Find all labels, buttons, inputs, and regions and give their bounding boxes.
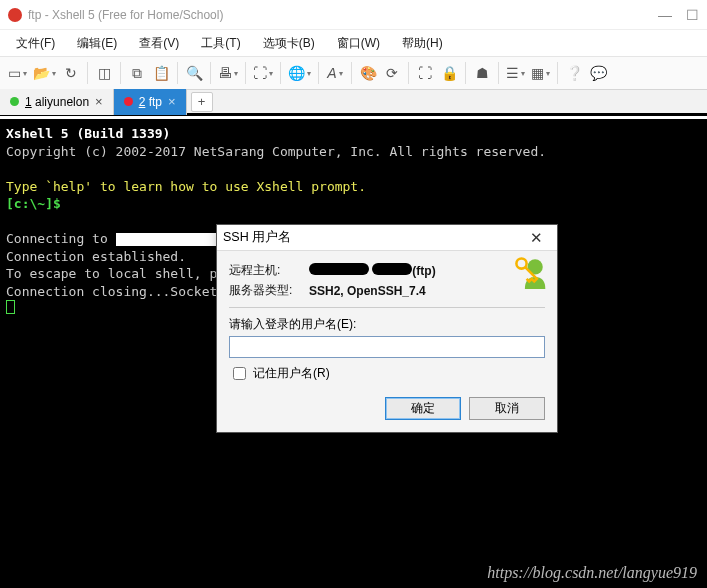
username-prompt-label: 请输入登录的用户名(E): — [229, 316, 545, 333]
toolbar-separator — [351, 62, 352, 84]
tab-session-2[interactable]: 2 ftp × — [114, 89, 187, 115]
ok-button[interactable]: 确定 — [385, 397, 461, 420]
toolbar-separator — [210, 62, 211, 84]
toolbar-separator — [177, 62, 178, 84]
toolbar-separator — [245, 62, 246, 84]
fullscreen-button[interactable]: ⛶ — [414, 61, 436, 85]
font-button[interactable]: A — [324, 61, 346, 85]
ssh-username-dialog: SSH 用户名 ✕ 远程主机: (ftp) 服务器类型: SSH2, OpenS… — [216, 224, 558, 433]
terminal-line: Type `help' to learn how to use Xshell p… — [6, 179, 366, 194]
terminal-line: Copyright (c) 2002-2017 NetSarang Comput… — [6, 144, 546, 159]
dialog-title: SSH 用户名 — [223, 229, 291, 246]
dialog-separator — [229, 307, 545, 308]
menu-file[interactable]: 文件(F) — [6, 32, 65, 55]
ssh-key-user-icon — [513, 255, 547, 289]
tab-close-button[interactable]: × — [168, 94, 176, 109]
search-button[interactable]: 🔍 — [183, 61, 205, 85]
dialog-close-button[interactable]: ✕ — [521, 229, 551, 247]
terminal-prompt: [c:\~]$ — [6, 196, 61, 211]
tab-session-1[interactable]: 1 aliyunelon × — [0, 89, 114, 115]
terminal-line: Xshell 5 (Build 1339) — [6, 126, 170, 141]
toolbar-separator — [280, 62, 281, 84]
window-title: ftp - Xshell 5 (Free for Home/School) — [28, 8, 223, 22]
toolbar-separator — [498, 62, 499, 84]
new-session-button[interactable]: ▭ — [6, 61, 29, 85]
menu-help[interactable]: 帮助(H) — [392, 32, 453, 55]
new-tab-button[interactable]: + — [191, 92, 213, 112]
toolbar-separator — [408, 62, 409, 84]
disconnect-button[interactable]: ◫ — [93, 61, 115, 85]
remember-username-checkbox[interactable]: 记住用户名(R) — [229, 364, 545, 383]
status-dot-connected-icon — [10, 97, 19, 106]
remote-host-value: (ftp) — [309, 263, 436, 278]
window-titlebar: ftp - Xshell 5 (Free for Home/School) — … — [0, 0, 707, 30]
chat-button[interactable]: 💬 — [587, 61, 609, 85]
lock-button[interactable]: 🔒 — [438, 61, 460, 85]
remember-username-input[interactable] — [233, 367, 246, 380]
layout-button[interactable]: ▦ — [529, 61, 552, 85]
menu-tabs[interactable]: 选项卡(B) — [253, 32, 325, 55]
redacted-ip — [309, 263, 369, 275]
dialog-titlebar[interactable]: SSH 用户名 ✕ — [217, 225, 557, 251]
language-button[interactable]: 🌐 — [286, 61, 313, 85]
reconnect-button[interactable]: ↻ — [60, 61, 82, 85]
status-dot-disconnected-icon — [124, 97, 133, 106]
print-button[interactable]: 🖶 — [216, 61, 240, 85]
window-split-button[interactable]: ☰ — [504, 61, 527, 85]
menu-edit[interactable]: 编辑(E) — [67, 32, 127, 55]
minimize-button[interactable]: — — [658, 7, 672, 23]
tabstrip: 1 aliyunelon × 2 ftp × + — [0, 90, 707, 116]
menu-view[interactable]: 查看(V) — [129, 32, 189, 55]
username-input[interactable] — [229, 336, 545, 358]
app-icon — [8, 8, 22, 22]
toolbar-separator — [465, 62, 466, 84]
menu-tools[interactable]: 工具(T) — [191, 32, 250, 55]
toolbar-separator — [87, 62, 88, 84]
terminal-line: Connection closing...Socket cl — [6, 284, 241, 299]
menubar: 文件(F) 编辑(E) 查看(V) 工具(T) 选项卡(B) 窗口(W) 帮助(… — [0, 30, 707, 56]
color-button[interactable]: 🎨 — [357, 61, 379, 85]
terminal-line: Connection established. — [6, 249, 186, 264]
remember-username-label: 记住用户名(R) — [253, 365, 330, 382]
remote-host-label: 远程主机: — [229, 262, 309, 279]
server-type-value: SSH2, OpenSSH_7.4 — [309, 284, 426, 298]
copy-button[interactable]: ⧉ — [126, 61, 148, 85]
open-button[interactable]: 📂 — [31, 61, 58, 85]
watermark: https://blog.csdn.net/langyue919 — [487, 564, 697, 582]
refresh-button[interactable]: ⟳ — [381, 61, 403, 85]
toolbar-separator — [318, 62, 319, 84]
redacted-ip — [372, 263, 412, 275]
toolbar-separator — [557, 62, 558, 84]
cancel-button[interactable]: 取消 — [469, 397, 545, 420]
toolbar-separator — [120, 62, 121, 84]
menu-window[interactable]: 窗口(W) — [327, 32, 390, 55]
toolbar: ▭ 📂 ↻ ◫ ⧉ 📋 🔍 🖶 ⛶ 🌐 A 🎨 ⟳ ⛶ 🔒 ☗ ☰ ▦ ❔ 💬 — [0, 56, 707, 90]
terminal-line: To escape to local shell, pres — [6, 266, 241, 281]
tunnel-button[interactable]: ☗ — [471, 61, 493, 85]
tab-close-button[interactable]: × — [95, 94, 103, 109]
help-button[interactable]: ❔ — [563, 61, 585, 85]
terminal-cursor — [6, 300, 15, 314]
paste-button[interactable]: 📋 — [150, 61, 172, 85]
screen-button[interactable]: ⛶ — [251, 61, 275, 85]
server-type-label: 服务器类型: — [229, 282, 309, 299]
maximize-button[interactable]: ☐ — [686, 7, 699, 23]
